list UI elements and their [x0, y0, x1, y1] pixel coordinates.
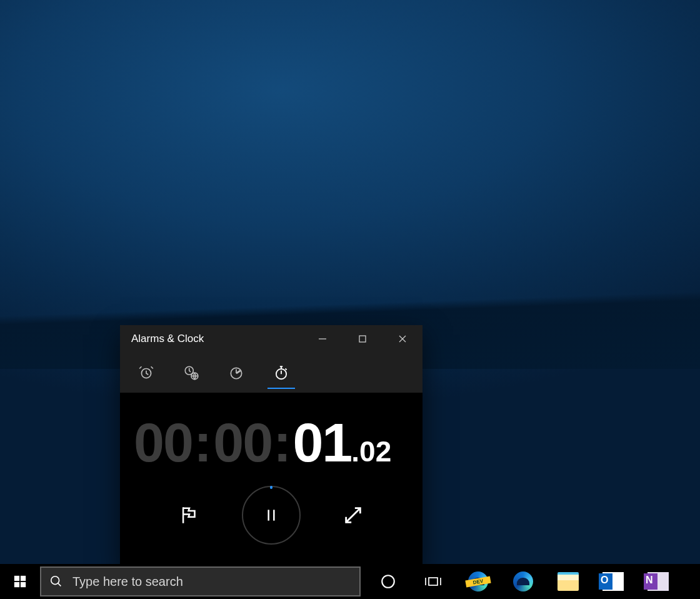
svg-rect-18 — [429, 578, 438, 585]
taskbar-edge-dev[interactable] — [456, 564, 501, 599]
cortana-icon — [380, 573, 396, 590]
world-clock-icon — [183, 365, 199, 381]
maximize-button[interactable] — [342, 325, 382, 353]
svg-rect-14 — [21, 582, 26, 587]
alarms-clock-window: Alarms & Clock — [120, 325, 422, 566]
alarm-icon — [138, 365, 154, 381]
minimize-icon — [318, 335, 327, 343]
pause-button[interactable] — [242, 486, 301, 545]
flag-icon — [179, 505, 200, 526]
expand-button[interactable] — [338, 500, 368, 530]
time-separator: . — [351, 435, 359, 468]
svg-line-16 — [58, 583, 61, 586]
window-titlebar[interactable]: Alarms & Clock — [120, 325, 422, 353]
close-button[interactable] — [382, 325, 422, 353]
pause-icon — [263, 506, 279, 525]
onenote-icon: N — [648, 572, 669, 591]
minimize-button[interactable] — [302, 325, 342, 353]
svg-point-8 — [276, 369, 286, 379]
svg-rect-13 — [14, 582, 19, 587]
taskbar-edge[interactable] — [501, 564, 546, 599]
stopwatch-minutes: 00 — [213, 415, 272, 470]
taskbar-file-explorer[interactable] — [546, 564, 591, 599]
file-explorer-icon — [558, 572, 579, 591]
progress-tick — [270, 486, 272, 489]
svg-rect-12 — [21, 576, 26, 581]
tab-stopwatch[interactable] — [259, 353, 304, 393]
edge-dev-icon — [468, 571, 488, 591]
window-title: Alarms & Clock — [131, 333, 302, 345]
taskbar-task-view[interactable] — [411, 564, 456, 599]
stopwatch-hours: 00 — [134, 415, 192, 470]
windows-icon — [13, 575, 27, 588]
stopwatch-icon — [273, 365, 289, 381]
stopwatch-seconds: 01 — [292, 415, 351, 470]
taskbar-cortana[interactable] — [366, 564, 411, 599]
stopwatch-centiseconds: 02 — [359, 435, 391, 468]
tab-alarm[interactable] — [124, 353, 169, 393]
taskbar-outlook[interactable]: O — [591, 564, 636, 599]
search-input[interactable] — [71, 574, 359, 590]
time-separator: : — [192, 415, 213, 470]
search-icon — [41, 575, 71, 588]
time-separator: : — [272, 415, 292, 470]
outlook-icon: O — [602, 572, 624, 591]
stopwatch-time: 00 : 00 : 01 . 02 — [134, 415, 409, 470]
edge-icon — [513, 571, 533, 591]
svg-point-17 — [382, 575, 394, 588]
stopwatch-panel: 00 : 00 : 01 . 02 — [120, 393, 422, 566]
close-icon — [398, 335, 407, 343]
svg-rect-11 — [14, 576, 19, 581]
tab-world-clock[interactable] — [169, 353, 214, 393]
svg-rect-1 — [359, 336, 366, 342]
expand-icon — [342, 505, 364, 526]
app-tabs — [120, 353, 422, 393]
taskbar-onenote[interactable]: N — [636, 564, 681, 599]
start-button[interactable] — [0, 564, 40, 599]
taskbar: O N — [0, 564, 700, 599]
svg-point-15 — [51, 576, 59, 585]
timer-icon — [228, 365, 244, 381]
lap-button[interactable] — [174, 500, 204, 530]
task-view-icon — [424, 574, 442, 589]
tab-timer[interactable] — [214, 353, 259, 393]
taskbar-search[interactable] — [40, 566, 361, 596]
stopwatch-controls — [134, 486, 409, 545]
maximize-icon — [358, 335, 367, 343]
